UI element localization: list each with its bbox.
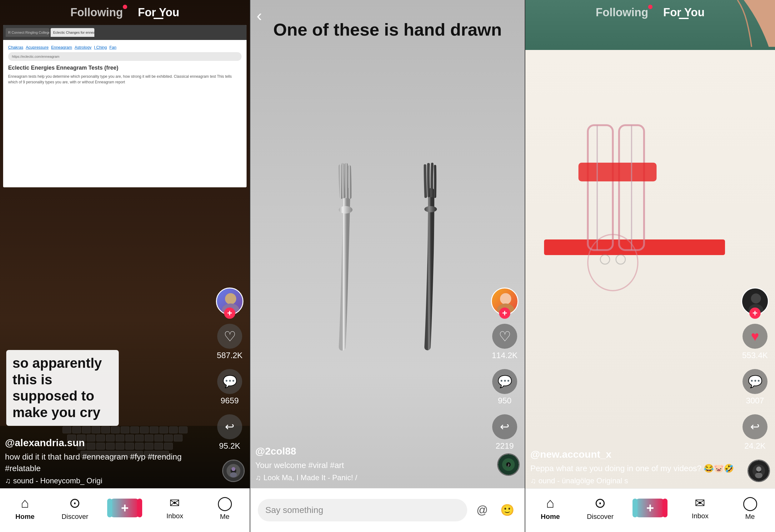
right-nav-inbox[interactable]: ✉ Inbox [675, 496, 725, 520]
right-username[interactable]: @new.account_x [530, 449, 738, 460]
left-music-note-icon: ♫ [5, 476, 11, 485]
left-for-you-underline [153, 18, 163, 19]
right-share-btn[interactable]: ↪ 24.2K [743, 414, 768, 451]
right-nav-home[interactable]: ⌂ Home [525, 495, 575, 521]
left-share-btn[interactable]: ↪ 95.2K [217, 414, 242, 451]
browser-tab-2[interactable]: Eclectic Changes for enneagram-test... [51, 28, 94, 37]
svg-point-8 [339, 206, 353, 214]
left-nav-me[interactable]: ◯ Me [200, 495, 250, 521]
browser-tab-1[interactable]: R Connect Ringling College of A... [6, 28, 49, 37]
left-top-nav: Following For You [0, 0, 250, 25]
right-description: Peppa what are you doing in one of my vi… [530, 463, 738, 474]
right-action-sidebar: + ♥ 553.4K 💬 3007 ↪ 24.2K [741, 288, 769, 451]
left-heart-icon: ♡ [224, 328, 236, 344]
center-action-sidebar: + ♡ 114.2K 💬 950 ↪ 2219 [491, 288, 518, 451]
center-username[interactable]: @2col88 [255, 446, 487, 457]
left-share-circle[interactable]: ↪ [217, 414, 242, 439]
laptop-screen: R Connect Ringling College of A... Eclec… [3, 25, 247, 187]
right-nav-create[interactable]: + [625, 499, 675, 517]
svg-point-7 [230, 472, 237, 478]
center-avatar-wrap[interactable]: + [491, 288, 518, 315]
center-like-count: 114.2K [492, 351, 517, 360]
center-like-circle[interactable]: ♡ [492, 324, 517, 349]
center-comment-bar: Say something @ 🙂 [250, 488, 525, 532]
left-like-count: 587.2K [217, 351, 243, 360]
left-me-icon: ◯ [217, 495, 233, 511]
left-comment-icon: 💬 [223, 375, 237, 388]
center-emoji-btn[interactable]: 🙂 [497, 500, 517, 520]
left-panel: R Connect Ringling College of A... Eclec… [0, 0, 250, 532]
browser-nav-chakras[interactable]: Chakras [8, 45, 23, 50]
svg-point-25 [751, 293, 761, 303]
center-at-icon: @ [476, 504, 488, 517]
left-nav-inbox[interactable]: ✉ Inbox [150, 496, 200, 520]
left-sound-text: sound - Honeycomb_ Origi [13, 476, 102, 485]
left-username[interactable]: @alexandria.sun [5, 437, 212, 449]
left-for-you-tab[interactable]: For You [138, 6, 179, 19]
browser-nav-fan[interactable]: Fan [109, 45, 116, 50]
right-create-btn[interactable]: + [635, 499, 665, 517]
right-discover-icon: ⊙ [595, 495, 606, 511]
right-inbox-icon: ✉ [695, 496, 705, 510]
browser-nav-iching[interactable]: I Ching [94, 45, 107, 50]
left-create-btn[interactable]: + [110, 499, 140, 517]
left-comment-circle[interactable]: 💬 [217, 369, 242, 394]
left-nav-create[interactable]: + [100, 499, 150, 517]
center-music-note-icon: ♫ [255, 473, 261, 482]
svg-point-6 [232, 467, 236, 471]
svg-point-30 [756, 466, 762, 472]
right-comment-icon: 💬 [748, 375, 763, 388]
left-comment-count: 9659 [221, 396, 239, 406]
browser-body-text: Enneagram tests help you determine which… [8, 74, 242, 85]
browser-url-bar[interactable]: https://eclectic.com/enneagram [8, 52, 242, 61]
svg-point-22 [600, 255, 610, 264]
right-me-icon: ◯ [743, 495, 758, 511]
center-comment-circle[interactable]: 💬 [492, 369, 517, 394]
left-inbox-icon: ✉ [169, 496, 180, 510]
right-bottom-info: @new.account_x Peppa what are you doing … [530, 449, 738, 485]
left-nav-home[interactable]: ⌂ Home [0, 495, 50, 521]
right-nav-discover[interactable]: ⊙ Discover [575, 495, 625, 521]
center-comment-placeholder: Say something [265, 505, 323, 515]
left-avatar-wrap[interactable]: + [216, 288, 244, 315]
fork-left-svg [313, 160, 381, 353]
left-home-label: Home [15, 513, 34, 521]
left-description: how did it it that hard #enneagram #fyp … [5, 451, 212, 474]
center-share-circle[interactable]: ↪ [492, 414, 517, 439]
center-sound-text: Look Ma, I Made It - Panic! / [264, 473, 357, 482]
peppa-drawing-svg [550, 106, 738, 325]
right-for-you-tab[interactable]: For You [663, 6, 705, 19]
right-nav-me[interactable]: ◯ Me [725, 495, 775, 521]
right-comment-btn[interactable]: 💬 3007 [743, 369, 768, 406]
right-follow-plus[interactable]: + [749, 308, 761, 319]
right-like-btn[interactable]: ♥ 553.4K [742, 324, 768, 360]
left-nav-discover[interactable]: ⊙ Discover [50, 495, 100, 521]
center-share-btn[interactable]: ↪ 2219 [492, 414, 517, 451]
right-like-count: 553.4K [742, 351, 768, 360]
browser-nav-acupressure[interactable]: Acupressure [26, 45, 48, 50]
right-following-tab[interactable]: Following [596, 6, 648, 19]
center-back-btn[interactable]: ‹ [257, 6, 262, 25]
fork-right-svg [400, 160, 462, 353]
browser-nav-enneagram[interactable]: Enneagram [51, 45, 72, 50]
center-title: One of these is hand drawn [263, 19, 512, 41]
left-comment-btn[interactable]: 💬 9659 [217, 369, 242, 406]
left-like-btn[interactable]: ♡ 587.2K [217, 324, 243, 360]
center-like-btn[interactable]: ♡ 114.2K [492, 324, 517, 360]
right-like-circle[interactable]: ♥ [743, 324, 768, 349]
center-follow-plus[interactable]: + [499, 308, 510, 319]
left-following-tab[interactable]: Following [70, 6, 123, 19]
center-heart-icon: ♡ [499, 328, 511, 344]
left-like-circle[interactable]: ♡ [217, 324, 242, 349]
right-avatar-wrap[interactable]: + [741, 288, 769, 315]
right-comment-circle[interactable]: 💬 [743, 369, 768, 394]
left-inbox-label: Inbox [166, 512, 183, 520]
right-share-circle[interactable]: ↪ [743, 414, 768, 439]
center-comment-input[interactable]: Say something [258, 499, 467, 521]
right-top-nav: Following For You [525, 0, 775, 25]
center-comment-btn[interactable]: 💬 950 [492, 369, 517, 406]
right-home-icon: ⌂ [546, 495, 555, 511]
browser-nav-astrology[interactable]: Astrology [75, 45, 91, 50]
center-at-btn[interactable]: @ [472, 500, 492, 520]
left-follow-plus[interactable]: + [224, 308, 235, 319]
